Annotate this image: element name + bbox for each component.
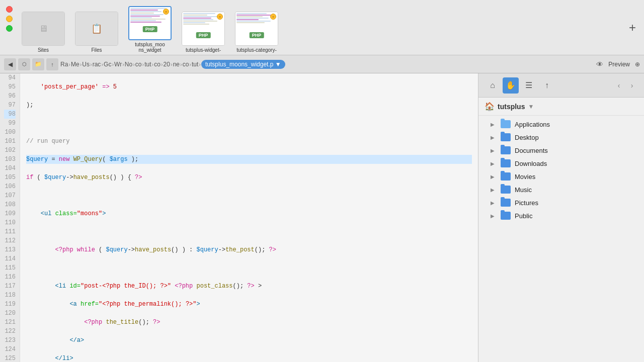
sidebar-item-public[interactable]: ▶ Public bbox=[478, 209, 644, 222]
code-line-101: <ul class="moons"> bbox=[26, 209, 472, 218]
ln-112: 112 bbox=[4, 236, 16, 245]
ln-125: 125 bbox=[4, 354, 16, 362]
action-button[interactable]: ⬡ bbox=[18, 58, 30, 70]
breadcrumb-20[interactable]: 20 bbox=[164, 61, 170, 68]
tab-php3[interactable]: PHP × tutsplus-category- bbox=[231, 10, 282, 55]
tab-label-sites: Sites bbox=[38, 47, 49, 53]
tab-php2[interactable]: PHP × tutsplus-widget- bbox=[178, 10, 229, 55]
code-line-105: <li id="post-<?php the_ID(); ?>" <?php p… bbox=[26, 282, 472, 291]
minimize-button[interactable] bbox=[6, 16, 13, 22]
breadcrumb-gc[interactable]: Gc bbox=[104, 61, 111, 68]
breadcrumb: Ra › Me › Us › rac › Gc › Wr › No › co ›… bbox=[60, 60, 594, 69]
code-area[interactable]: 94 95 96 97 98 99 100 101 102 103 104 10… bbox=[0, 73, 478, 362]
breadcrumb-sep1: › bbox=[68, 61, 70, 67]
location-expand-arrow[interactable]: ▼ bbox=[528, 103, 534, 110]
code-line-108: </a> bbox=[26, 336, 472, 345]
sidebar: ⌂ ✋ ☰ ↑ ‹ › 🏠 tutsplus ▼ ▶ Applications bbox=[478, 73, 644, 362]
ln-120: 120 bbox=[4, 309, 16, 318]
sidebar-item-downloads[interactable]: ▶ Downloads bbox=[478, 157, 644, 170]
sidebar-item-documents[interactable]: ▶ Documents bbox=[478, 144, 644, 157]
ln-124: 124 bbox=[4, 345, 16, 354]
ln-105: 105 bbox=[4, 173, 16, 182]
folder-icon-desktop bbox=[501, 133, 511, 141]
up-button[interactable]: ↑ bbox=[46, 58, 58, 70]
ln-98: 98 bbox=[4, 110, 16, 119]
tab-label-files: Files bbox=[91, 47, 102, 53]
tab-sites[interactable]: 🖥 Sites bbox=[18, 10, 69, 55]
code-line-109: </li> bbox=[26, 354, 472, 362]
code-line-107: <?php the_title(); ?> bbox=[26, 318, 472, 327]
folder-icon-documents bbox=[501, 146, 511, 154]
tab-thumbnail-files: 📋 bbox=[75, 12, 118, 46]
code-line-99: if ( $query->have_posts() ) { ?> bbox=[26, 173, 472, 182]
ln-109: 109 bbox=[4, 209, 16, 218]
sidebar-nav-forward[interactable]: › bbox=[626, 79, 638, 92]
back-button[interactable]: ◀ bbox=[4, 58, 16, 70]
breadcrumb-me[interactable]: Me bbox=[71, 61, 79, 68]
new-tab-button[interactable]: + bbox=[629, 21, 636, 35]
code-content[interactable]: 'posts_per_page' => 5 ); // run query $q… bbox=[20, 73, 478, 362]
folder-icon-music bbox=[501, 186, 511, 194]
tab-thumbnail-php2: PHP × bbox=[182, 12, 225, 46]
folder-button[interactable]: 📁 bbox=[32, 58, 44, 70]
tab-label-php1: tutsplus_moons_widget bbox=[135, 42, 165, 53]
breadcrumb-ra[interactable]: Ra bbox=[60, 61, 68, 68]
eye-icon: 👁 bbox=[596, 60, 603, 68]
breadcrumb-co1[interactable]: co bbox=[135, 61, 142, 68]
fullscreen-button[interactable] bbox=[6, 25, 13, 32]
breadcrumb-sep2: › bbox=[80, 61, 82, 67]
breadcrumb-co2[interactable]: co bbox=[154, 61, 160, 68]
breadcrumb-rac[interactable]: rac bbox=[93, 61, 101, 68]
line-numbers: 94 95 96 97 98 99 100 101 102 103 104 10… bbox=[0, 73, 20, 362]
options-button[interactable]: ⊕ bbox=[635, 61, 640, 68]
sidebar-item-movies[interactable]: ▶ Movies bbox=[478, 170, 644, 183]
breadcrumb-tut[interactable]: tut bbox=[144, 61, 151, 68]
ln-113: 113 bbox=[4, 245, 16, 254]
breadcrumb-tut2[interactable]: tut bbox=[192, 61, 198, 68]
ln-115: 115 bbox=[4, 263, 16, 273]
sidebar-home-button[interactable]: ⌂ bbox=[485, 77, 501, 94]
ln-123: 123 bbox=[4, 336, 16, 345]
sidebar-files-button[interactable]: ✋ bbox=[503, 77, 519, 94]
tab-php1[interactable]: PHP × tutsplus_moons_widget bbox=[124, 4, 176, 55]
close-button[interactable] bbox=[6, 6, 13, 13]
breadcrumb-us[interactable]: Us bbox=[82, 61, 90, 68]
breadcrumb-sep6: › bbox=[122, 61, 124, 67]
sidebar-item-desktop[interactable]: ▶ Desktop bbox=[478, 131, 644, 144]
folder-icon-pictures bbox=[501, 199, 511, 207]
sidebar-location: 🏠 tutsplus ▼ bbox=[478, 98, 644, 116]
breadcrumb-active-file[interactable]: tutsplus_moons_widget.p ▼ bbox=[201, 60, 285, 69]
breadcrumb-ne[interactable]: ne bbox=[173, 61, 180, 68]
code-line-97: // run query bbox=[26, 137, 472, 146]
ln-108: 108 bbox=[4, 200, 16, 209]
breadcrumb-sep4: › bbox=[101, 61, 103, 67]
breadcrumb-co3[interactable]: co bbox=[183, 61, 189, 68]
tab-files[interactable]: 📋 Files bbox=[71, 10, 122, 55]
breadcrumb-no[interactable]: No bbox=[125, 61, 132, 68]
preview-button[interactable]: Preview bbox=[605, 60, 633, 69]
breadcrumb-sep11: › bbox=[171, 61, 173, 67]
php-badge-1: PHP bbox=[143, 26, 157, 32]
tab-close-3[interactable]: × bbox=[270, 14, 276, 20]
folder-collapse-arrow-documents: ▶ bbox=[491, 148, 497, 153]
breadcrumb-wr[interactable]: Wr bbox=[114, 61, 122, 68]
sidebar-nav-back[interactable]: ‹ bbox=[613, 79, 625, 92]
sidebar-item-applications[interactable]: ▶ Applications bbox=[478, 118, 644, 131]
sidebar-item-music[interactable]: ▶ Music bbox=[478, 183, 644, 196]
breadcrumb-sep13: › bbox=[189, 61, 191, 67]
sidebar-upload-button[interactable]: ↑ bbox=[539, 77, 555, 94]
folder-icon-downloads bbox=[501, 159, 511, 167]
tab-close-2[interactable]: × bbox=[217, 14, 223, 20]
ln-94: 94 bbox=[4, 73, 16, 82]
ln-95: 95 bbox=[4, 82, 16, 92]
sidebar-list-button[interactable]: ☰ bbox=[521, 77, 537, 94]
code-line-106: <a href="<?php the_permalink(); ?>"> bbox=[26, 300, 472, 309]
ln-100: 100 bbox=[4, 128, 16, 137]
sidebar-item-pictures[interactable]: ▶ Pictures bbox=[478, 196, 644, 209]
folder-collapse-arrow-public: ▶ bbox=[491, 213, 497, 219]
preview-section: 👁 Preview ⊕ bbox=[596, 60, 640, 69]
ln-119: 119 bbox=[4, 300, 16, 309]
sidebar-folder-list: ▶ Applications ▶ Desktop ▶ Documents ▶ D… bbox=[478, 116, 644, 362]
folder-collapse-arrow-pictures: ▶ bbox=[491, 200, 497, 206]
tab-close-1[interactable]: × bbox=[163, 9, 169, 15]
